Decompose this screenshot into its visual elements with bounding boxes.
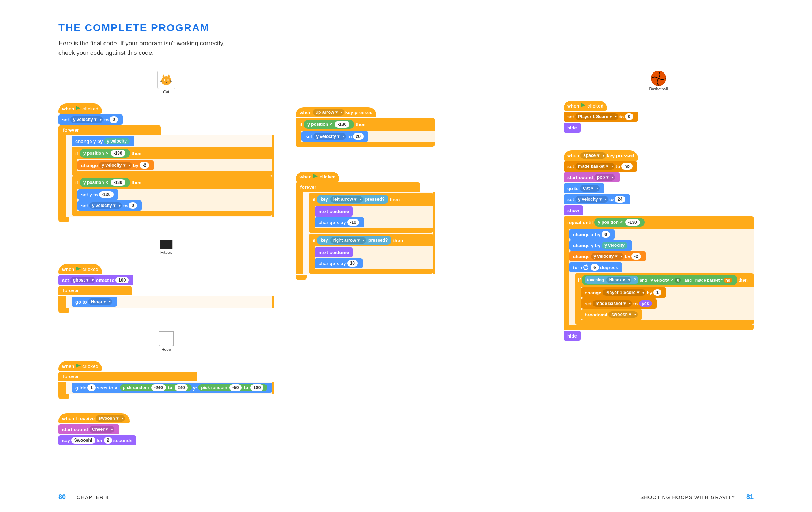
when-flag-clicked-block: when clicked [58, 103, 102, 114]
chapter-label-right: SHOOTING HOOPS WITH GRAVITY [640, 494, 735, 500]
svg-point-5 [164, 80, 165, 80]
up-arrow-block-group: when up arrow ▾ key pressed if y positio… [296, 107, 435, 147]
forever-block-4: forever [296, 182, 420, 192]
forever-block-2: forever [58, 286, 132, 295]
next-costume-1: next costume [315, 206, 353, 217]
start-sound-cheer: start sound Cheer ▾ [58, 424, 119, 434]
bb-turn-degrees: turn 6 degrees [569, 262, 622, 272]
hoop-when-clicked: when clicked [58, 361, 102, 371]
set-ghost-effect: set ghost ▾ effect to 100 [58, 275, 133, 285]
if-block-2: if y position < -130 then set y to -130 … [72, 176, 272, 216]
forever-block-1: forever [58, 125, 161, 135]
basketball-sprite-icon: Basketball [564, 71, 754, 91]
bb-broadcast-swoosh: broadcast swoosh ▾ [581, 309, 642, 320]
cat-sprite-section: Cat when clicked set y velocity ▾ to 0 f… [58, 71, 274, 452]
bb-space-pressed: when space ▾ key pressed [564, 150, 638, 161]
hitbox-sprite-icon: Hitbox [58, 240, 274, 255]
change-x-10: change x by 10 [315, 258, 363, 268]
set-y-to-block: set y to -130 [77, 189, 118, 200]
set-y-vel-0-block: set y velocity ▾ to 0 [77, 200, 142, 211]
chapter-label-left: CHAPTER 4 [77, 494, 109, 500]
svg-marker-1 [162, 74, 165, 78]
bb-block-group-2: when space ▾ key pressed set made basket… [564, 150, 754, 341]
change-x-neg10: change x by -10 [315, 217, 364, 227]
bb-set-y-vel-24: set y velocity ▾ to 24 [564, 194, 630, 204]
chapter-subtitle: Here is the final code. If your program … [58, 39, 754, 57]
hitbox-block-group-1: when clicked set ghost ▾ effect to 100 f… [58, 264, 274, 313]
cat-arrow-blocks: when up arrow ▾ key pressed if y positio… [296, 107, 435, 287]
hitbox-when-clicked: when clicked [58, 264, 102, 274]
hoop-sprite-icon: Hoop [58, 331, 274, 351]
next-costume-2: next costume [315, 247, 353, 257]
bb-block-group-1: when clicked set Player 1 Score ▾ to 0 h… [564, 101, 754, 133]
bb-show: show [564, 205, 583, 215]
bb-start-sound-pop: start sound pop ▾ [564, 172, 620, 182]
bb-change-y-yvel: change y by y velocity [569, 240, 632, 251]
cat-sprite-icon: Cat [58, 71, 274, 94]
say-swoosh-block: say Swoosh! for 2 seconds [58, 435, 136, 445]
basketball-sprite-section: Basketball when clicked set Player 1 Sco… [564, 71, 754, 347]
if-touching-hitbox: if touching Hitbox ▾ ? and y velocity < … [575, 273, 754, 325]
when-receive-swoosh: when I receive swoosh ▾ [58, 413, 130, 423]
bb-set-score: set Player 1 Score ▾ to 0 [564, 112, 638, 122]
bb-hide-end: hide [564, 331, 581, 341]
cat-flag-clicked-2: when clicked [296, 172, 339, 182]
change-y-by-block: change y by y velocity [72, 136, 134, 146]
svg-marker-2 [168, 74, 170, 78]
set-y-velocity-block: set y velocity ▾ to 0 [58, 114, 123, 125]
if-right-arrow: if key right arrow ▾ pressed? then next … [309, 234, 433, 274]
page-footer: 80 CHAPTER 4 SHOOTING HOOPS WITH GRAVITY… [0, 493, 812, 501]
bb-go-to-cat: go to Cat ▾ [564, 183, 604, 193]
set-y-vel-20: set y velocity ▾ to 20 [301, 131, 368, 142]
page-number-right: 81 [746, 493, 754, 501]
bb-when-clicked: when clicked [564, 101, 607, 111]
bb-set-made-basket-no: set made basket ▾ to no [564, 161, 637, 172]
repeat-until-block: repeat until y position < -130 change x … [564, 216, 754, 330]
go-to-hoop-block: go to Hoop ▾ [72, 297, 117, 307]
if-block-1: if y position > -130 then change y veloc… [72, 147, 272, 176]
glide-block: glide 1 secs to x: pick random -240 to 2… [72, 383, 272, 393]
svg-point-0 [161, 76, 171, 85]
forever-block-3: forever [58, 372, 197, 381]
cat-lr-block-group: when clicked forever if key left arrow ▾… [296, 172, 435, 280]
chapter-title: THE COMPLETE PROGRAM [58, 22, 754, 34]
change-y-vel-block: change y velocity ▾ by -2 [77, 160, 154, 170]
cat-block-group-1: when clicked set y velocity ▾ to 0 forev… [58, 103, 274, 222]
hoop-block-group-1: when clicked forever glide 1 secs to x: … [58, 361, 274, 399]
bb-set-made-basket-yes: set made basket ▾ to yes [581, 298, 657, 309]
page-number-left: 80 [58, 493, 66, 501]
hoop-block-group-2: when I receive swoosh ▾ start sound Chee… [58, 413, 274, 445]
bb-hide: hide [564, 123, 581, 133]
bb-change-x-0: change x by 0 [569, 229, 615, 240]
if-left-arrow: if key left arrow ▾ pressed? then next c… [309, 193, 433, 233]
if-up-arrow: if y position < -130 then set y velocity… [296, 118, 435, 147]
bb-change-score: change Player 1 Score ▾ by 1 [581, 287, 666, 298]
svg-point-6 [168, 80, 168, 80]
bb-change-yvel-neg2: change y velocity ▾ by -2 [569, 251, 646, 261]
up-arrow-event: when up arrow ▾ key pressed [296, 107, 376, 117]
